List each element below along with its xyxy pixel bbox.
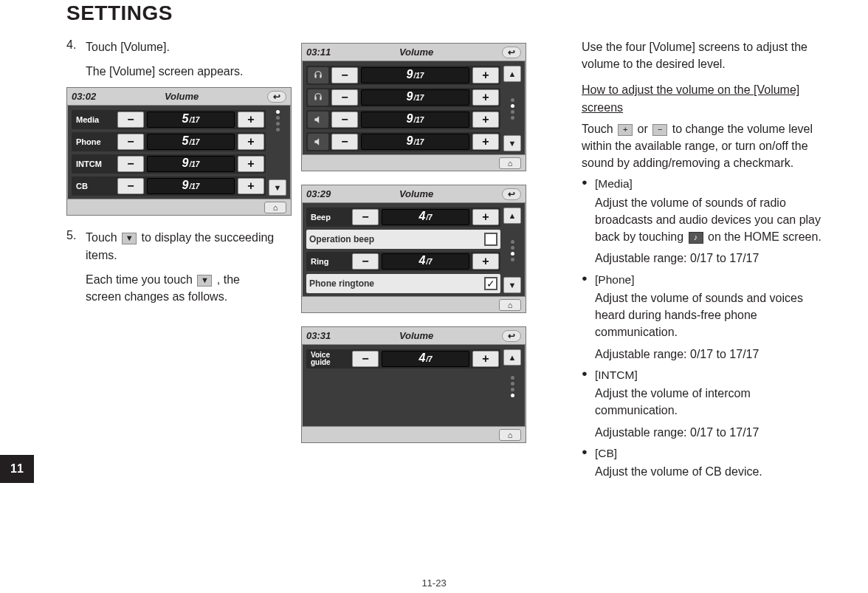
plus-button[interactable]: + — [472, 67, 499, 83]
bullet-title: [CB] — [595, 445, 836, 462]
home-button[interactable]: ⌂ — [499, 299, 521, 311]
up-arrow-button[interactable]: ▲ — [503, 208, 521, 224]
clock: 03:31 — [306, 330, 331, 341]
subheading: How to adjust the volume on the [Volume]… — [582, 81, 836, 115]
minus-button[interactable]: − — [117, 178, 144, 194]
step-4: 4. Touch [Volume]. — [66, 38, 275, 60]
minus-button[interactable]: − — [117, 156, 144, 172]
minus-button[interactable]: − — [352, 351, 379, 367]
volume-screen-4: 03:31 Volume ↩ Voiceguide − 4/7 + ▲ — [301, 326, 526, 443]
volume-row-cb: CB − 9/17 + — [72, 176, 266, 196]
volume-screen-3: 03:29 Volume ↩ Beep − 4/7 + Operation be… — [301, 185, 526, 313]
bullet-range: Adjustable range: 0/17 to 17/17 — [595, 250, 836, 267]
row-label: INTCM — [73, 160, 114, 168]
back-button[interactable]: ↩ — [267, 91, 286, 103]
up-arrow-button[interactable]: ▲ — [503, 349, 521, 366]
screen-footer: ⌂ — [67, 199, 291, 215]
clock: 03:29 — [306, 188, 331, 199]
bullet-title: [Phone] — [595, 272, 836, 288]
bullet-mark: ● — [582, 445, 595, 462]
scroll-arrows: ▲ ▼ — [503, 66, 521, 151]
down-arrow-button[interactable]: ▼ — [269, 179, 286, 196]
minus-button[interactable]: − — [331, 67, 358, 83]
down-arrow-button[interactable]: ▼ — [503, 135, 521, 151]
screen-header: 03:29 Volume ↩ — [302, 185, 526, 203]
screen-footer: ⌂ — [302, 296, 526, 312]
back-button[interactable]: ↩ — [502, 47, 521, 58]
home-button[interactable]: ⌂ — [264, 202, 286, 213]
back-button[interactable]: ↩ — [502, 330, 521, 342]
minus-button[interactable]: − — [117, 134, 144, 150]
plus-button[interactable]: + — [238, 134, 264, 150]
bullet-cb: ● [CB] — [582, 445, 836, 462]
bullet-intcm: ● [INTCM] — [582, 367, 836, 383]
toggle-phone-ringtone[interactable]: Phone ringtone ✓ — [306, 274, 500, 293]
volume-row-speaker2: − 9/17 + — [306, 132, 500, 151]
checkbox-unchecked[interactable] — [484, 233, 497, 246]
toggle-label: Operation beep — [309, 234, 481, 244]
plus-button[interactable]: + — [472, 112, 499, 128]
scroll-arrows: ▼ — [269, 110, 286, 196]
volume-value: 4/7 — [382, 209, 469, 225]
volume-value: 9/17 — [361, 134, 469, 150]
volume-value: 9/17 — [147, 156, 235, 172]
speaker-icon — [308, 112, 328, 128]
volume-value: 9/17 — [361, 67, 469, 83]
checkbox-checked[interactable]: ✓ — [484, 277, 497, 290]
up-arrow-button[interactable]: ▲ — [503, 66, 521, 82]
screen-body: Media − 5/17 + Phone − 5/17 + INTCM − — [67, 106, 291, 199]
plus-button[interactable]: + — [472, 351, 499, 367]
volume-row-speaker: − 9/17 + — [306, 110, 500, 129]
plus-button[interactable]: + — [472, 89, 499, 106]
text: or — [634, 123, 651, 135]
plus-button[interactable]: + — [472, 134, 499, 150]
minus-button[interactable]: − — [117, 112, 144, 128]
back-button[interactable]: ↩ — [502, 188, 521, 200]
step-text: Touch [Volume]. — [86, 38, 275, 55]
screen-body: − 9/17 + − 9/17 + − 9/17 + — [302, 61, 526, 154]
volume-row-intcm: INTCM − 9/17 + — [72, 154, 266, 174]
plus-button[interactable]: + — [238, 156, 264, 172]
column-left: 4. Touch [Volume]. The [Volume] screen a… — [0, 31, 288, 484]
home-button[interactable]: ⌂ — [499, 429, 521, 441]
scroll-arrows: ▲ — [503, 349, 521, 423]
headset-icon — [308, 89, 328, 106]
down-arrow-button[interactable]: ▼ — [503, 277, 521, 293]
clock: 03:11 — [306, 47, 331, 58]
plus-button[interactable]: + — [238, 178, 264, 194]
volume-row-headset: − 9/17 + — [306, 66, 500, 85]
minus-button[interactable]: − — [331, 89, 358, 106]
text: on the HOME screen. — [705, 230, 822, 243]
toggle-operation-beep[interactable]: Operation beep — [306, 230, 500, 249]
minus-button[interactable]: − — [331, 134, 358, 150]
volume-value: 9/17 — [361, 89, 469, 106]
bullet-mark: ● — [582, 272, 595, 288]
volume-screen-1: 03:02 Volume ↩ Media − 5/17 + Phone − 5/… — [66, 87, 292, 216]
volume-value: 5/17 — [147, 112, 235, 128]
headset-icon — [308, 67, 328, 83]
scroll-arrows: ▲ ▼ — [503, 208, 521, 293]
plus-button[interactable]: + — [472, 209, 499, 225]
screen-footer: ⌂ — [302, 154, 526, 171]
touch-instruction: Touch + or − to change the volume level … — [582, 120, 836, 172]
volume-value: 9/17 — [361, 112, 469, 128]
bullet-range: Adjustable range: 0/17 to 17/17 — [595, 346, 836, 363]
step-sub: Each time you touch ▼ , the screen chang… — [86, 271, 275, 305]
minus-button[interactable]: − — [352, 209, 379, 225]
home-button[interactable]: ⌂ — [499, 157, 521, 169]
content: 4. Touch [Volume]. The [Volume] screen a… — [0, 31, 868, 484]
minus-button[interactable]: − — [352, 253, 379, 270]
down-arrow-icon: ▼ — [197, 275, 212, 287]
plus-button[interactable]: + — [472, 253, 499, 270]
step-5: 5. Touch ▼ to display the succeeding ite… — [66, 229, 275, 267]
clock: 03:02 — [72, 91, 96, 102]
text: Touch — [86, 231, 120, 244]
row-label: CB — [73, 182, 114, 191]
screen-header: 03:11 Volume ↩ — [302, 44, 526, 61]
step-number: 4. — [66, 38, 86, 60]
volume-row-beep: Beep − 4/7 + — [306, 208, 500, 227]
plus-button[interactable]: + — [238, 112, 264, 128]
bullet-title: [INTCM] — [595, 367, 836, 383]
minus-button[interactable]: − — [331, 112, 358, 128]
column-right: Use the four [Volume] screens to adjust … — [568, 31, 849, 484]
